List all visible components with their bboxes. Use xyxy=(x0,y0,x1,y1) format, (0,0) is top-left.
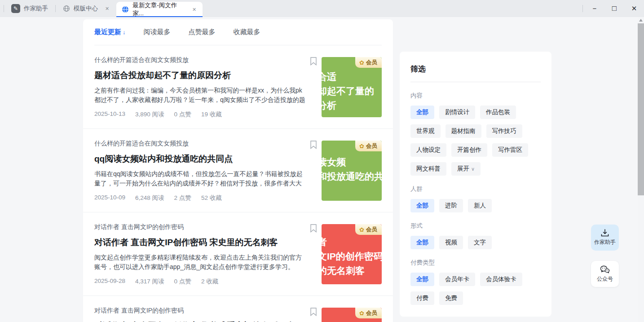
article-text: 对话作者 直击网文IP的创作密码 对话作者 直击网文IP创作密码 宋史里的无名刺… xyxy=(94,223,305,286)
article-thumbnail[interactable]: ✿ 会员 者 xyxy=(322,308,382,322)
article-favorites: 19 收藏 xyxy=(201,110,222,119)
article-category[interactable]: 对话作者 直击网文IP的创作密码 xyxy=(94,307,305,315)
filter-tag[interactable]: 新人 xyxy=(468,199,492,212)
member-badge: ✿ 会员 xyxy=(355,57,382,68)
filter-tag[interactable]: 付费 xyxy=(410,291,434,305)
float-button-label: 公众号 xyxy=(597,275,613,283)
bookmark-icon[interactable] xyxy=(310,57,317,66)
filter-tag-all[interactable]: 全部 xyxy=(410,106,434,119)
flower-icon: ✿ xyxy=(359,59,364,66)
article-category[interactable]: 对话作者 直击网文IP的创作密码 xyxy=(94,223,305,231)
member-badge-label: 会员 xyxy=(366,309,377,317)
filter-tag[interactable]: 视频 xyxy=(439,236,463,249)
article-card[interactable]: 什么样的开篇适合在阅文女频投放 题材适合投放却起不了量的原因分析 之前有作者问过… xyxy=(83,45,393,128)
article-title[interactable]: 题材适合投放却起不了量的原因分析 xyxy=(94,70,305,81)
article-category[interactable]: 什么样的开篇适合在阅文女频投放 xyxy=(94,56,305,64)
filter-tag[interactable]: 网文科普 xyxy=(410,162,446,176)
filter-tag[interactable]: 人物设定 xyxy=(410,143,446,157)
vertical-scrollbar[interactable] xyxy=(638,17,644,322)
bookmark-icon[interactable] xyxy=(310,308,317,316)
globe-icon xyxy=(63,5,70,12)
article-title[interactable]: 对话作者 直击网文IP创作密码 宋史里的无名刺客 xyxy=(94,237,305,248)
article-card[interactable]: 对话作者 直击网文IP的创作密码 对话作者 直击网文IP创作密码 宋史里的无名刺… xyxy=(83,212,393,296)
filter-tag[interactable]: 会员体验卡 xyxy=(480,273,522,286)
filter-tag[interactable]: 世界观 xyxy=(410,124,441,138)
wechat-icon xyxy=(600,265,610,273)
article-thumbnail[interactable]: ✿ 会员 者 文IP的创作密码 的无名刺客 xyxy=(322,224,382,284)
bookmark-icon[interactable] xyxy=(310,224,317,233)
article-thumbnail[interactable]: ✿ 会员 合适 却起不了量的 分析 xyxy=(322,57,382,117)
maximize-button[interactable]: □ xyxy=(604,0,624,17)
article-reads: 4,317 阅读 xyxy=(135,278,164,286)
filter-tag[interactable]: 写作雷区 xyxy=(492,143,528,157)
sort-tab-recent[interactable]: 最近更新↓ xyxy=(94,28,126,36)
flower-icon: ✿ xyxy=(359,310,364,317)
filter-tag[interactable]: 开篇创作 xyxy=(451,143,487,157)
filter-tag-all[interactable]: 全部 xyxy=(410,199,434,212)
article-category[interactable]: 什么样的开篇适合在阅文女频投放 xyxy=(94,140,305,148)
article-excerpt: 之前有作者问过我：编编，今天会员榜第一和我写的一样是xx，为什么我pk都过不了，… xyxy=(94,86,305,105)
article-stats: 2025-10-13 3,890 阅读 0 点赞 19 收藏 xyxy=(94,110,305,119)
filter-tag[interactable]: 进阶 xyxy=(439,199,463,212)
filter-tag-all[interactable]: 全部 xyxy=(410,236,434,249)
article-favorites: 52 收藏 xyxy=(201,194,222,202)
tab-template-center[interactable]: 模版中心 ✕ xyxy=(57,0,115,17)
bookmark-icon[interactable] xyxy=(310,141,317,149)
article-excerpt: 阅文起点创作学堂更多精彩课程陆续发布，欢迎点击左上角关注我们的官方账号，也可以进… xyxy=(94,253,305,272)
filter-tag[interactable]: 作品包装 xyxy=(480,106,516,119)
tab-label: 最新文章-阅文作家... xyxy=(132,1,185,18)
article-card[interactable]: 对话作者 直击网文IP的创作密码 对话作者 直击网文IP创作密码 养成系宗门就在… xyxy=(83,296,393,322)
tab-latest-articles[interactable]: 最新文章-阅文作家... ✕ xyxy=(116,2,203,17)
article-stats: 2025-09-28 4,317 阅读 0 点赞 2 收藏 xyxy=(94,278,305,286)
sort-tab-most-liked[interactable]: 点赞最多 xyxy=(189,28,216,36)
sort-tab-most-read[interactable]: 阅读最多 xyxy=(144,28,171,36)
article-list-panel: 最近更新↓ 阅读最多 点赞最多 收藏最多 什么样的开篇适合在阅文女频投放 题材适… xyxy=(83,19,393,322)
filter-section-content: 内容 全部 剧情设计 作品包装 世界观 题材指南 写作技巧 人物设定 开篇创作 … xyxy=(410,92,541,176)
filter-section-label: 形式 xyxy=(410,222,541,230)
expand-button[interactable]: 展开∨ xyxy=(451,162,481,176)
filter-tag-all[interactable]: 全部 xyxy=(410,273,434,286)
window-controls: − □ ✕ xyxy=(581,0,644,17)
official-account-button[interactable]: 公众号 xyxy=(591,261,619,287)
filter-tag[interactable]: 剧情设计 xyxy=(439,106,475,119)
scroll-up-arrow-icon[interactable] xyxy=(639,19,643,22)
article-title[interactable]: qq阅读女频站内和投放通吃的共同点 xyxy=(94,153,305,165)
flower-icon: ✿ xyxy=(359,226,364,233)
filter-tag[interactable]: 题材指南 xyxy=(446,124,481,138)
filter-tag[interactable]: 写作技巧 xyxy=(486,124,522,138)
article-text: 什么样的开篇适合在阅文女频投放 题材适合投放却起不了量的原因分析 之前有作者问过… xyxy=(94,56,305,119)
sort-bar: 最近更新↓ 阅读最多 点赞最多 收藏最多 xyxy=(83,19,393,45)
close-button[interactable]: ✕ xyxy=(624,0,644,17)
filter-tag[interactable]: 免费 xyxy=(439,291,463,305)
article-date: 2025-10-09 xyxy=(94,194,125,202)
tab-writer-assistant[interactable]: ✎ 作家助手 xyxy=(6,0,53,17)
article-stats: 2025-10-09 6,248 阅读 2 点赞 52 收藏 xyxy=(94,194,305,202)
member-badge: ✿ 会员 xyxy=(355,224,382,235)
close-icon[interactable]: ✕ xyxy=(191,6,197,13)
member-badge-label: 会员 xyxy=(366,59,377,66)
filter-section-payment: 付费类型 全部 会员年卡 会员体验卡 付费 免费 xyxy=(410,259,541,305)
filter-tag[interactable]: 文字 xyxy=(468,236,492,249)
arrow-down-icon: ↓ xyxy=(123,29,126,35)
close-icon[interactable]: ✕ xyxy=(104,5,110,13)
tab-label: 作家助手 xyxy=(24,4,48,13)
article-text: 什么样的开篇适合在阅文女频投放 qq阅读女频站内和投放通吃的共同点 书籍在qq阅… xyxy=(94,140,305,202)
article-text: 对话作者 直击网文IP的创作密码 对话作者 直击网文IP创作密码 养成系宗门就在… xyxy=(94,307,305,322)
article-card[interactable]: 什么样的开篇适合在阅文女频投放 qq阅读女频站内和投放通吃的共同点 书籍在qq阅… xyxy=(83,128,393,212)
scrollbar-thumb[interactable] xyxy=(638,23,644,195)
article-title[interactable]: 对话作者 直击网文IP创作密码 养成系宗门就在《万古 xyxy=(94,320,305,322)
filter-section-label: 人群 xyxy=(410,185,541,193)
writer-assistant-download-button[interactable]: 作家助手 xyxy=(591,225,619,251)
member-badge-label: 会员 xyxy=(366,142,377,150)
filter-panel: 筛选 内容 全部 剧情设计 作品包装 世界观 题材指南 写作技巧 人物设定 开篇… xyxy=(400,52,551,317)
filter-tag[interactable]: 会员年卡 xyxy=(439,273,475,286)
filter-title: 筛选 xyxy=(410,64,541,74)
divider xyxy=(4,5,4,12)
article-thumbnail[interactable]: ✿ 会员 读女频 和投放通吃的共同 xyxy=(322,141,382,201)
article-actions xyxy=(305,223,322,286)
divider xyxy=(55,5,56,12)
filter-section-format: 形式 全部 视频 文字 xyxy=(410,222,541,249)
sort-tab-most-favorited[interactable]: 收藏最多 xyxy=(234,28,260,36)
filter-section-audience: 人群 全部 进阶 新人 xyxy=(410,185,541,212)
minimize-button[interactable]: − xyxy=(585,0,604,17)
